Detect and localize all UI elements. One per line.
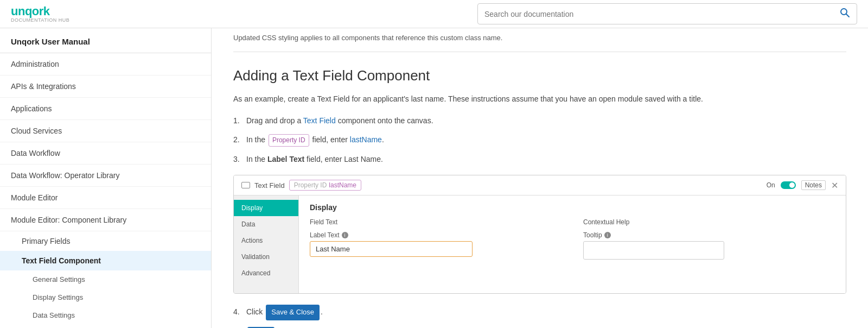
preview-section-title: Display <box>310 203 835 212</box>
sidebar-item-display-settings[interactable]: Display Settings <box>0 288 211 306</box>
sidebar-item-general-settings[interactable]: General Settings <box>0 270 211 288</box>
preview-body: Display Data Actions Validation Advanced… <box>234 195 846 293</box>
text-field-link[interactable]: Text Field <box>303 116 336 125</box>
close-btn[interactable]: ✕ <box>831 180 838 191</box>
last-name-link[interactable]: lastName <box>350 135 382 144</box>
logo-area: unqork DOCUMENTATION HUB <box>11 5 69 23</box>
preview-nav-validation[interactable]: Validation <box>234 249 298 265</box>
sidebar-item-data-settings[interactable]: Data Settings <box>0 306 211 324</box>
steps-list: 1. Drag and drop a Text Field component … <box>233 115 846 165</box>
contextual-help-title: Contextual Help <box>583 218 835 226</box>
sidebar-item-data-workflow-op[interactable]: Data Workflow: Operator Library <box>0 165 211 187</box>
sidebar-item-data-workflow[interactable]: Data Workflow <box>0 142 211 165</box>
prop-value: lastName <box>329 181 356 189</box>
preview-nav-advanced[interactable]: Advanced <box>234 265 298 281</box>
sidebar-item-administration[interactable]: Administration <box>0 53 211 75</box>
sidebar-item-module-editor[interactable]: Module Editor <box>0 187 211 209</box>
preview-contextual-help-group: Contextual Help Tooltip i <box>583 218 835 260</box>
sidebar: Unqork User Manual Administration APIs &… <box>0 28 212 328</box>
section-desc: As an example, create a Text Field for a… <box>233 93 846 105</box>
preview-fields-row: Field Text Label Text i Contextual Help <box>310 218 835 260</box>
label-text-input[interactable] <box>310 241 473 257</box>
sidebar-item-cloud[interactable]: Cloud Services <box>0 120 211 142</box>
sidebar-item-text-field-component[interactable]: Text Field Component <box>0 251 211 270</box>
text-field-icon <box>241 182 250 188</box>
preview-main-content: Display Field Text Label Text i <box>299 195 846 293</box>
search-bar[interactable] <box>477 3 857 24</box>
preview-label: Text Field <box>254 181 285 190</box>
notes-btn[interactable]: Notes <box>801 180 826 190</box>
preview-nav-display[interactable]: Display <box>234 200 298 216</box>
tooltip-label: Tooltip i <box>583 231 835 239</box>
search-button[interactable] <box>839 7 850 21</box>
label-text-info-icon: i <box>342 232 348 238</box>
save-close-btn[interactable]: Save & Close <box>266 305 320 320</box>
step-4: 4. Click Save & Close. <box>233 305 846 320</box>
preview-field-text-group: Field Text Label Text i <box>310 218 561 260</box>
property-id-badge: Property ID <box>269 134 309 147</box>
label-text-bold: Label Text <box>267 155 304 163</box>
cutoff-text: Updated CSS styling applies to all compo… <box>233 28 846 52</box>
svg-line-1 <box>846 14 850 17</box>
tooltip-input[interactable] <box>583 241 724 260</box>
property-id-preview: Property ID lastName <box>289 180 361 191</box>
step-3: 3. In the Label Text field, enter Last N… <box>233 153 846 165</box>
step-2: 2. In the Property ID field, enter lastN… <box>233 134 846 147</box>
steps-4-5: 4. Click Save & Close. 5. Save your modu… <box>233 305 846 328</box>
field-text-title: Field Text <box>310 218 561 226</box>
preview-nav-actions[interactable]: Actions <box>234 232 298 249</box>
component-preview: Text Field Property ID lastName On Notes… <box>233 175 846 294</box>
logo-text: unqork <box>11 5 69 17</box>
preview-sidebar-nav: Display Data Actions Validation Advanced <box>234 195 299 293</box>
sidebar-item-module-component[interactable]: Module Editor: Component Library <box>0 209 211 231</box>
preview-header: Text Field Property ID lastName On Notes… <box>234 175 846 195</box>
content-area: Updated CSS styling applies to all compo… <box>212 28 868 328</box>
sidebar-item-primary-fields[interactable]: Primary Fields <box>0 231 211 251</box>
preview-nav-data[interactable]: Data <box>234 216 298 232</box>
sidebar-item-apis[interactable]: APIs & Integrations <box>0 75 211 98</box>
on-label: On <box>767 181 775 189</box>
sidebar-title: Unqork User Manual <box>0 28 211 53</box>
sidebar-item-applications[interactable]: Applications <box>0 98 211 120</box>
label-text-label: Label Text i <box>310 231 561 239</box>
step-1: 1. Drag and drop a Text Field component … <box>233 115 846 127</box>
main-layout: Unqork User Manual Administration APIs &… <box>0 28 868 328</box>
tooltip-info-icon: i <box>604 232 611 238</box>
toggle-on[interactable] <box>781 181 796 189</box>
search-input[interactable] <box>484 10 835 18</box>
prop-label: Property ID <box>294 181 327 189</box>
logo-sub: DOCUMENTATION HUB <box>11 17 69 23</box>
top-header: unqork DOCUMENTATION HUB <box>0 0 868 28</box>
section-title: Adding a Text Field Component <box>233 67 846 84</box>
